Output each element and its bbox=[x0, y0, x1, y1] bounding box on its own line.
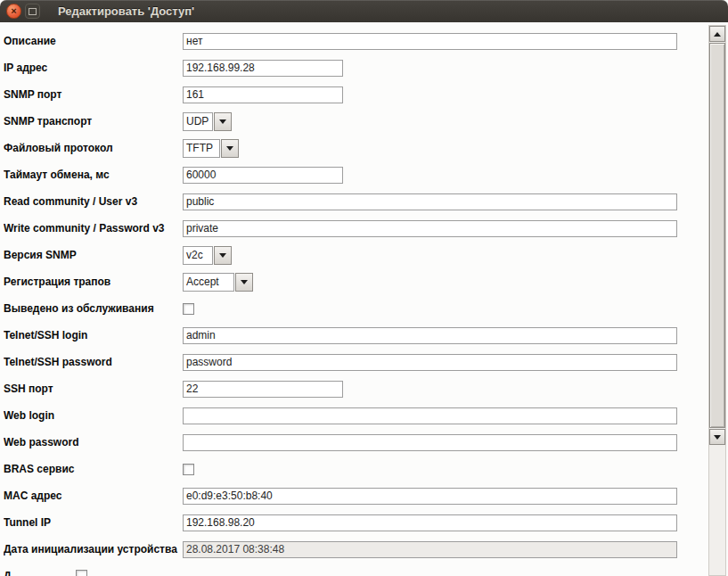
form-row: Web login bbox=[0, 402, 728, 429]
form-row: Файловый протоколTFTP bbox=[0, 135, 728, 161]
form-row: Telnet/SSH login bbox=[0, 322, 728, 349]
form-row: Read community / User v3 bbox=[0, 188, 728, 215]
field-label: Write community / Password v3 bbox=[4, 222, 183, 235]
dropdown[interactable]: UDP bbox=[183, 112, 232, 131]
field-label: BRAS сервис bbox=[4, 463, 183, 475]
field-label: Дата инициализации устройства bbox=[4, 543, 183, 555]
form-row: SSH порт bbox=[0, 375, 728, 402]
text-input[interactable] bbox=[183, 514, 677, 531]
field-label: SSH порт bbox=[4, 383, 183, 395]
dropdown[interactable]: TFTP bbox=[183, 139, 239, 158]
dropdown-value: Accept bbox=[183, 273, 234, 292]
field-label: SNMP порт bbox=[4, 88, 183, 101]
text-input[interactable] bbox=[183, 60, 343, 77]
field-label: Таймаут обмена, мс bbox=[4, 169, 183, 181]
chevron-down-icon bbox=[226, 146, 233, 151]
chevron-down-icon bbox=[219, 119, 226, 124]
text-input[interactable] bbox=[183, 220, 677, 237]
form-row: Таймаут обмена, мс bbox=[0, 161, 728, 188]
text-input[interactable] bbox=[183, 33, 677, 50]
dropdown[interactable]: Accept bbox=[183, 273, 253, 292]
text-input[interactable] bbox=[183, 488, 677, 505]
dropdown-arrow-button[interactable] bbox=[235, 273, 253, 292]
form-row: Telnet/SSH password bbox=[0, 349, 728, 375]
field-label: Файловый протокол bbox=[4, 142, 183, 154]
checkbox[interactable] bbox=[183, 464, 194, 475]
dropdown-value: UDP bbox=[183, 112, 213, 131]
form-panel: ОписаниеIP адресSNMP портSNMP транспортU… bbox=[0, 22, 728, 576]
form-row: MAC адрес bbox=[0, 482, 728, 509]
field-label: MAC адрес bbox=[4, 490, 183, 502]
form-row: Д bbox=[0, 563, 728, 576]
field-label: IP адрес bbox=[4, 62, 183, 74]
field-label: Описание bbox=[4, 35, 183, 47]
close-button[interactable]: × bbox=[6, 4, 21, 19]
close-icon: × bbox=[11, 6, 16, 16]
form-row: Версия SNMPv2c bbox=[0, 242, 728, 268]
text-input[interactable] bbox=[183, 327, 677, 344]
form-row: Регистрация траповAccept bbox=[0, 268, 728, 295]
field-label: Web password bbox=[4, 436, 183, 448]
field-label: Telnet/SSH login bbox=[4, 329, 183, 341]
field-label: SNMP транспорт bbox=[4, 115, 183, 128]
checkbox[interactable] bbox=[76, 570, 87, 576]
dropdown-arrow-button[interactable] bbox=[214, 246, 232, 265]
dropdown[interactable]: v2c bbox=[183, 246, 232, 265]
field-label: Версия SNMP bbox=[4, 249, 183, 261]
form-row: IP адрес bbox=[0, 54, 728, 81]
dropdown-value: v2c bbox=[183, 246, 213, 265]
text-input[interactable] bbox=[183, 193, 677, 210]
form-rows: ОписаниеIP адресSNMP портSNMP транспортU… bbox=[0, 28, 728, 576]
arrow-up-icon bbox=[714, 32, 721, 37]
form-row: SNMP порт bbox=[0, 81, 728, 108]
text-input[interactable] bbox=[183, 86, 343, 103]
scroll-thumb[interactable] bbox=[709, 43, 725, 428]
form-row: BRAS сервис bbox=[0, 456, 728, 482]
text-input[interactable] bbox=[183, 354, 677, 371]
dropdown-value: TFTP bbox=[183, 139, 220, 158]
arrow-down-icon bbox=[714, 435, 721, 440]
form-row: Описание bbox=[0, 28, 728, 54]
dropdown-arrow-button[interactable] bbox=[214, 112, 232, 131]
text-input[interactable] bbox=[183, 167, 343, 184]
form-row: Дата инициализации устройства bbox=[0, 536, 728, 563]
text-input[interactable] bbox=[183, 381, 343, 398]
chevron-down-icon bbox=[219, 253, 226, 258]
form-row: Write community / Password v3 bbox=[0, 215, 728, 242]
form-row: Выведено из обслуживания bbox=[0, 295, 728, 322]
dropdown-arrow-button[interactable] bbox=[221, 139, 239, 158]
field-label: Web login bbox=[4, 409, 183, 422]
field-label: Read community / User v3 bbox=[4, 195, 183, 208]
form-row: SNMP транспортUDP bbox=[0, 108, 728, 135]
maximize-button[interactable] bbox=[25, 4, 40, 19]
field-label: Выведено из обслуживания bbox=[4, 302, 183, 315]
form-row: Web password bbox=[0, 429, 728, 456]
form-row: Tunnel IP bbox=[0, 509, 728, 536]
text-input bbox=[183, 541, 677, 558]
field-label: Tunnel IP bbox=[4, 516, 183, 529]
text-input[interactable] bbox=[183, 407, 677, 424]
checkbox[interactable] bbox=[183, 303, 194, 315]
edit-access-dialog: × Редактировать 'Доступ' ОписаниеIP адре… bbox=[0, 0, 728, 576]
scrollbar[interactable] bbox=[708, 25, 726, 576]
text-input[interactable] bbox=[183, 434, 677, 451]
maximize-icon bbox=[29, 8, 37, 15]
field-label: Telnet/SSH password bbox=[4, 356, 183, 368]
scroll-up-button[interactable] bbox=[709, 26, 725, 42]
field-label: Регистрация трапов bbox=[4, 276, 183, 288]
field-label: Д bbox=[4, 570, 183, 576]
window-titlebar[interactable]: × Редактировать 'Доступ' bbox=[0, 0, 728, 22]
chevron-down-icon bbox=[241, 280, 248, 284]
window-title: Редактировать 'Доступ' bbox=[58, 4, 194, 18]
scroll-down-button[interactable] bbox=[709, 429, 725, 445]
